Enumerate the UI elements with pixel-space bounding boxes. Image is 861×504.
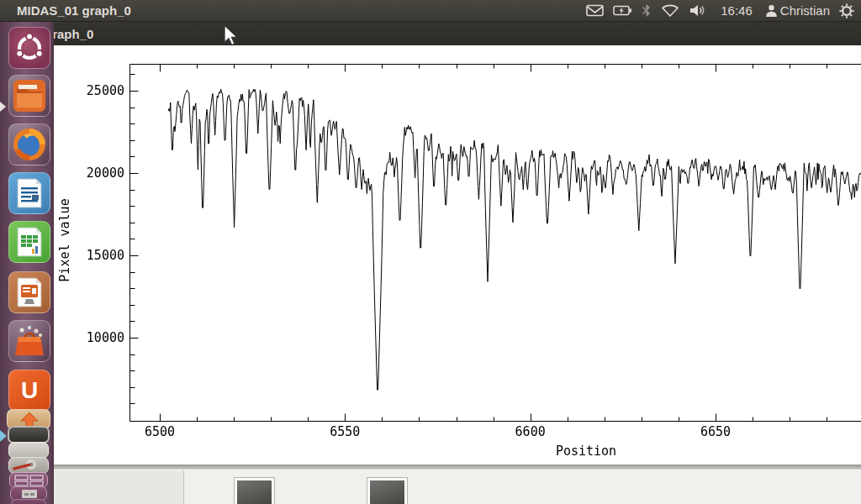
battery-icon <box>613 5 632 16</box>
shopping-bag-icon <box>12 323 47 359</box>
launcher-item-firefox[interactable] <box>8 123 50 165</box>
launcher-item-libreoffice-calc[interactable] <box>8 221 50 263</box>
username-label: Christian <box>780 3 830 18</box>
bluetooth-icon <box>642 3 651 18</box>
x-tick-label: 6600 <box>497 424 564 439</box>
calc-spreadsheet-icon <box>15 226 44 258</box>
thumbnail-button-2[interactable] <box>367 477 408 504</box>
ubuntu-desktop: 250002000015000100006500655066006650 Pix… <box>0 0 861 504</box>
running-indicator-arrow <box>0 102 6 112</box>
user-icon <box>765 4 778 18</box>
x-tick-label: 6500 <box>126 424 193 439</box>
unity-launcher: U <box>0 21 54 504</box>
y-tick-label: 25000 <box>69 83 124 98</box>
writer-document-icon <box>15 177 44 209</box>
clock[interactable]: 16:46 <box>721 3 753 18</box>
ubuntu-logo-icon <box>13 31 46 65</box>
top-panel: MIDAS_01 graph_0 <box>0 0 861 22</box>
mail-icon <box>586 4 604 17</box>
impress-presentation-icon <box>15 276 44 308</box>
midas-graph-window: 250002000015000100006500655066006650 Pix… <box>54 45 861 465</box>
mouse-cursor <box>224 24 240 48</box>
launcher-item-system-settings[interactable] <box>8 457 49 474</box>
y-tick-label: 15000 <box>69 248 124 263</box>
x-tick-label: 6650 <box>682 424 749 439</box>
system-tray: 16:46 Christian <box>586 3 854 18</box>
mail-indicator[interactable] <box>586 4 604 17</box>
launcher-item-folded-1[interactable] <box>8 442 49 459</box>
launcher-item-software-center[interactable] <box>8 320 50 362</box>
launcher-item-ubuntu-one[interactable]: U <box>8 370 50 412</box>
thumbnail-button-1[interactable] <box>234 477 275 504</box>
volume-indicator[interactable] <box>689 4 708 17</box>
user-menu[interactable]: Christian <box>765 3 830 18</box>
ubuntu-one-icon: U <box>21 377 38 404</box>
workspace-grid-icon <box>14 475 45 486</box>
volume-icon <box>689 4 708 17</box>
window-titlebar[interactable]: D graph_0 <box>0 21 861 45</box>
launcher-item-libreoffice-impress[interactable] <box>8 271 50 313</box>
network-indicator[interactable] <box>660 4 680 17</box>
launcher-item-folded-3[interactable] <box>11 499 46 504</box>
thumbnail-image-1 <box>237 480 272 504</box>
bottom-panel-left-section <box>54 470 184 504</box>
archive-box-icon <box>21 489 38 499</box>
panel-app-title: MIDAS_01 graph_0 <box>17 3 131 18</box>
y-tick-label: 20000 <box>69 165 124 181</box>
folder-icon <box>12 78 47 113</box>
gear-and-tool-icon <box>9 458 43 471</box>
progress-indicator-arrow <box>0 430 7 442</box>
battery-indicator[interactable] <box>613 5 632 16</box>
y-axis-title: Pixel value <box>57 198 72 281</box>
wifi-icon <box>660 4 680 17</box>
launcher-item-screenshot[interactable] <box>8 426 50 444</box>
y-tick-label: 10000 <box>69 330 124 345</box>
session-menu[interactable] <box>839 3 854 18</box>
x-axis-title: Position <box>556 444 616 459</box>
x-tick-label: 6550 <box>311 424 378 439</box>
spectrum-plot-canvas <box>54 45 861 465</box>
launcher-item-libreoffice-writer[interactable] <box>8 172 50 214</box>
firefox-icon <box>12 127 47 162</box>
launcher-item-dash-home[interactable] <box>8 27 50 69</box>
gear-icon <box>839 3 854 18</box>
bluetooth-indicator[interactable] <box>642 3 651 18</box>
bottom-panel <box>54 470 861 504</box>
thumbnail-image-2 <box>370 480 404 504</box>
launcher-item-files[interactable] <box>8 75 50 117</box>
